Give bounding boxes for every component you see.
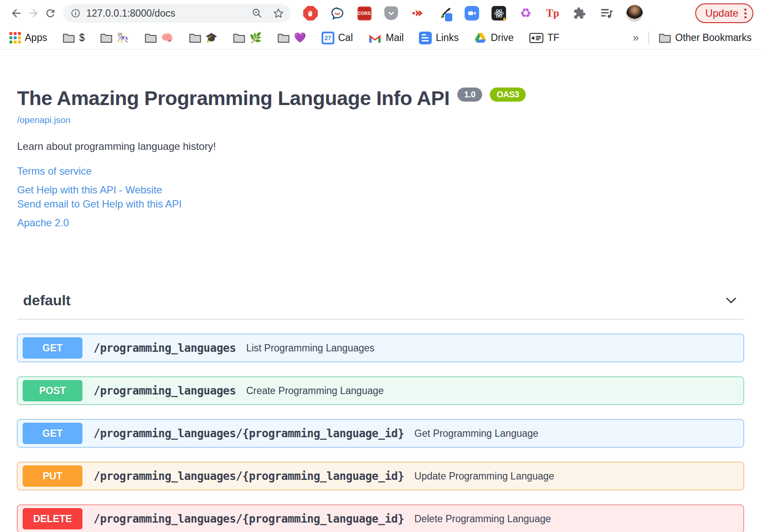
- bookmark-links[interactable]: Links: [419, 32, 459, 44]
- endpoint-row-get-language[interactable]: GET /programming_languages/{programming_…: [17, 419, 744, 447]
- update-label: Update: [705, 7, 738, 19]
- profile-avatar[interactable]: [626, 5, 643, 22]
- bookmark-folder-brain[interactable]: 🧠: [144, 32, 173, 44]
- http-method-badge: PUT: [23, 465, 82, 487]
- endpoint-summary: Create Programming Language: [246, 385, 383, 397]
- bookmarks-bar: Apps $ 🎠 🧠 🎓 🌿 💜 27 Cal Mail Link: [0, 26, 761, 50]
- folder-icon: [144, 32, 157, 44]
- playlist-extension-icon[interactable]: [599, 6, 614, 20]
- extensions-row: CORS ▲ ♻ Tp: [303, 5, 643, 22]
- tag-section-header[interactable]: default: [17, 292, 744, 319]
- swagger-page: The Amazing Programming Language Info AP…: [0, 86, 761, 532]
- http-method-badge: GET: [23, 423, 82, 444]
- endpoint-row-create-language[interactable]: POST /programming_languages Create Progr…: [17, 377, 744, 405]
- back-icon[interactable]: [8, 5, 25, 22]
- pocket-extension-icon[interactable]: [384, 6, 398, 20]
- openapi-spec-link[interactable]: /openapi.json: [17, 115, 70, 125]
- contact-website-link[interactable]: Get Help with this API - Website: [17, 184, 162, 196]
- cors-extension-icon[interactable]: CORS: [357, 6, 372, 20]
- apps-grid-icon: [9, 32, 21, 44]
- endpoint-summary: Get Programming Language: [414, 428, 538, 439]
- chat-bubble-extension-icon[interactable]: [330, 6, 345, 20]
- color-swatch: [445, 13, 452, 21]
- endpoint-summary: Update Programming Language: [414, 471, 554, 482]
- oas3-badge: OAS3: [490, 88, 526, 102]
- update-browser-button[interactable]: Update: [695, 3, 753, 23]
- bookmark-folder-herb[interactable]: 🌿: [233, 32, 262, 44]
- endpoint-path: /programming_languages: [94, 384, 236, 397]
- http-method-badge: GET: [23, 337, 82, 359]
- api-description: Learn about programming language history…: [17, 140, 744, 152]
- tp-extension-icon[interactable]: Tp: [545, 6, 560, 20]
- red-arrow-extension-icon[interactable]: [411, 6, 425, 20]
- endpoint-path: /programming_languages/{programming_lang…: [94, 470, 404, 482]
- endpoint-summary: Delete Programming Language: [414, 513, 551, 525]
- bookmark-star-icon[interactable]: [272, 7, 284, 19]
- drive-icon: [474, 32, 487, 44]
- adblock-icon[interactable]: [303, 6, 318, 20]
- bookmark-folder-carousel[interactable]: 🎠: [100, 32, 129, 44]
- http-method-badge: DELETE: [23, 508, 82, 529]
- folder-icon: [189, 32, 202, 44]
- tag-section-title: default: [23, 292, 70, 309]
- http-method-badge: POST: [23, 380, 82, 401]
- puzzle-extensions-icon[interactable]: [572, 6, 587, 20]
- calendar-icon: 27: [322, 32, 334, 44]
- zoom-out-icon[interactable]: [251, 7, 263, 19]
- folder-icon: [62, 32, 75, 44]
- bookmark-folder-heart[interactable]: 💜: [277, 32, 306, 44]
- bookmark-tf[interactable]: TF: [529, 32, 559, 44]
- chevron-down-icon[interactable]: [724, 294, 738, 307]
- react-devtools-icon[interactable]: ▲: [492, 6, 506, 20]
- bookmark-folder-grad[interactable]: 🎓: [189, 32, 218, 44]
- endpoint-summary: List Programming Languages: [246, 342, 374, 354]
- site-info-icon[interactable]: [70, 8, 81, 19]
- browser-toolbar: 127.0.0.1:8000/docs CORS: [0, 0, 761, 26]
- bookmark-calendar[interactable]: 27 Cal: [322, 32, 353, 44]
- warning-badge-icon: ▲: [501, 15, 507, 21]
- color-picker-extension-icon[interactable]: [438, 6, 452, 20]
- endpoint-row-delete-language[interactable]: DELETE /programming_languages/{programmi…: [17, 505, 744, 532]
- bookmarks-overflow-icon[interactable]: »: [633, 31, 639, 44]
- bookmark-gmail[interactable]: Mail: [368, 32, 404, 44]
- folder-icon: [100, 32, 113, 44]
- page-title: The Amazing Programming Language Info AP…: [17, 86, 744, 110]
- browser-menu-icon[interactable]: [744, 9, 746, 18]
- bookmark-drive[interactable]: Drive: [474, 32, 514, 44]
- bookmark-folder-dollar[interactable]: $: [62, 32, 85, 44]
- bookmarks-right-group: » Other Bookmarks: [633, 31, 752, 44]
- folder-icon: [277, 32, 290, 44]
- tf-doc-icon: [529, 32, 544, 44]
- bookmark-apps[interactable]: Apps: [9, 32, 47, 44]
- bookmarks-divider: [648, 32, 649, 44]
- zoom-extension-icon[interactable]: [465, 6, 479, 20]
- address-bar[interactable]: 127.0.0.1:8000/docs: [63, 4, 290, 23]
- forward-icon[interactable]: [25, 5, 42, 22]
- terms-of-service-link[interactable]: Terms of service: [17, 165, 92, 177]
- endpoint-row-list-languages[interactable]: GET /programming_languages List Programm…: [17, 334, 744, 362]
- contact-email-link[interactable]: Send email to Get Help with this API: [17, 198, 182, 210]
- endpoint-path: /programming_languages/{programming_lang…: [94, 512, 404, 525]
- endpoint-row-update-language[interactable]: PUT /programming_languages/{programming_…: [17, 462, 744, 490]
- gmail-icon: [368, 32, 382, 44]
- version-badge: 1.0: [457, 88, 482, 102]
- other-bookmarks-folder[interactable]: Other Bookmarks: [659, 32, 752, 44]
- recycle-extension-icon[interactable]: ♻: [518, 6, 533, 20]
- url-text[interactable]: 127.0.0.1:8000/docs: [86, 8, 251, 19]
- folder-icon: [659, 32, 671, 44]
- reload-icon[interactable]: [42, 5, 59, 22]
- folder-icon: [233, 32, 246, 44]
- endpoint-path: /programming_languages/{programming_lang…: [94, 427, 404, 440]
- endpoint-path: /programming_languages: [94, 342, 236, 354]
- license-link[interactable]: Apache 2.0: [17, 217, 69, 228]
- links-doc-icon: [419, 32, 432, 44]
